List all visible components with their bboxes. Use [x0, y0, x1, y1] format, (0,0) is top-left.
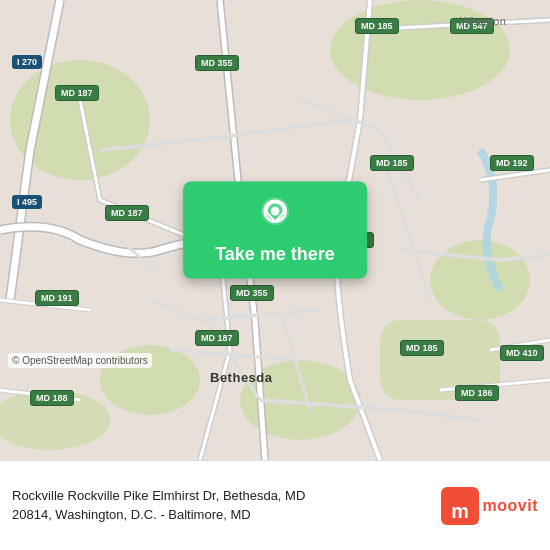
svg-point-3: [430, 240, 530, 320]
take-me-there-button[interactable]: Take me there: [183, 182, 367, 279]
svg-text:m: m: [451, 500, 469, 522]
road-badge-md185-mid: MD 185: [370, 155, 414, 171]
moovit-logo: m moovit: [441, 487, 538, 525]
road-badge-md410: MD 410: [500, 345, 544, 361]
map-attribution: © OpenStreetMap contributors: [8, 353, 152, 368]
road-badge-md185-top: MD 185: [355, 18, 399, 34]
button-label: Take me there: [215, 244, 335, 265]
road-badge-md355-top: MD 355: [195, 55, 239, 71]
road-badge-md187-top: MD 187: [55, 85, 99, 101]
road-badge-md186: MD 186: [455, 385, 499, 401]
city-label-bethesda: Bethesda: [210, 370, 273, 385]
road-badge-md355-mid: MD 355: [230, 285, 274, 301]
bottom-bar: Rockville Rockville Pike Elmhirst Dr, Be…: [0, 460, 550, 550]
road-badge-i270: I 270: [12, 55, 42, 69]
location-pin-icon: [255, 196, 295, 236]
road-badge-md187-mid: MD 187: [105, 205, 149, 221]
road-badge-md188: MD 188: [30, 390, 74, 406]
city-label-wheaton: Wheaton: [460, 15, 506, 27]
map-container: MD 185 MD 547 I 270 MD 355 MD 187 MD 185…: [0, 0, 550, 460]
moovit-logo-icon: m: [441, 487, 479, 525]
road-badge-md192: MD 192: [490, 155, 534, 171]
road-badge-md187-lower: MD 187: [195, 330, 239, 346]
address-line2: 20814, Washington, D.C. - Baltimore, MD: [12, 506, 429, 524]
address-text: Rockville Rockville Pike Elmhirst Dr, Be…: [12, 487, 429, 523]
moovit-text: moovit: [483, 497, 538, 515]
road-badge-md191: MD 191: [35, 290, 79, 306]
svg-point-15: [271, 207, 280, 216]
road-badge-i495: I 495: [12, 195, 42, 209]
address-line1: Rockville Rockville Pike Elmhirst Dr, Be…: [12, 487, 429, 505]
road-badge-md185-lower: MD 185: [400, 340, 444, 356]
